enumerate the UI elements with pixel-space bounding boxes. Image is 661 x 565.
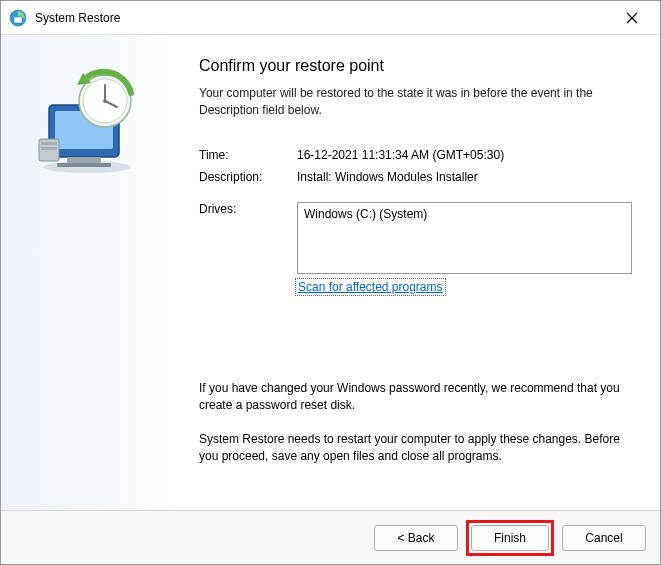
- drives-row: Drives: Windows (C:) (System): [199, 202, 632, 274]
- system-restore-icon: [9, 9, 27, 27]
- password-note: If you have changed your Windows passwor…: [199, 380, 632, 415]
- dialog-body: Confirm your restore point Your computer…: [1, 35, 660, 510]
- drives-list-item: Windows (C:) (System): [304, 207, 625, 221]
- time-row: Time: 16-12-2021 11:31:34 AM (GMT+05:30): [199, 148, 632, 162]
- restart-note: System Restore needs to restart your com…: [199, 431, 632, 466]
- window-title: System Restore: [35, 11, 612, 25]
- finish-button[interactable]: Finish: [471, 525, 549, 551]
- scan-affected-programs-link[interactable]: Scan for affected programs: [297, 280, 444, 294]
- svg-rect-11: [41, 147, 57, 150]
- intro-text: Your computer will be restored to the st…: [199, 85, 632, 120]
- description-row: Description: Install: Windows Modules In…: [199, 170, 632, 184]
- svg-rect-7: [67, 157, 101, 163]
- content-area: Confirm your restore point Your computer…: [173, 35, 660, 510]
- back-button[interactable]: < Back: [374, 525, 458, 551]
- description-label: Description:: [199, 170, 297, 184]
- system-restore-window: System Restore: [0, 0, 661, 565]
- restore-illustration-icon: [27, 59, 147, 182]
- cancel-button[interactable]: Cancel: [562, 525, 646, 551]
- svg-point-16: [103, 99, 107, 103]
- time-value: 16-12-2021 11:31:34 AM (GMT+05:30): [297, 148, 632, 162]
- drives-list[interactable]: Windows (C:) (System): [297, 202, 632, 274]
- page-heading: Confirm your restore point: [199, 57, 632, 75]
- footer: < Back Finish Cancel: [1, 510, 660, 564]
- scan-link-row: Scan for affected programs: [199, 280, 632, 294]
- spacer: [199, 280, 297, 294]
- svg-rect-1: [14, 17, 22, 23]
- description-value: Install: Windows Modules Installer: [297, 170, 632, 184]
- close-button[interactable]: [612, 4, 652, 32]
- svg-rect-8: [57, 163, 111, 167]
- finish-highlight: Finish: [466, 520, 554, 556]
- side-panel: [1, 35, 173, 510]
- drives-label: Drives:: [199, 202, 297, 274]
- titlebar: System Restore: [1, 1, 660, 35]
- notes-block: If you have changed your Windows passwor…: [199, 380, 632, 466]
- svg-rect-10: [41, 142, 57, 145]
- time-label: Time:: [199, 148, 297, 162]
